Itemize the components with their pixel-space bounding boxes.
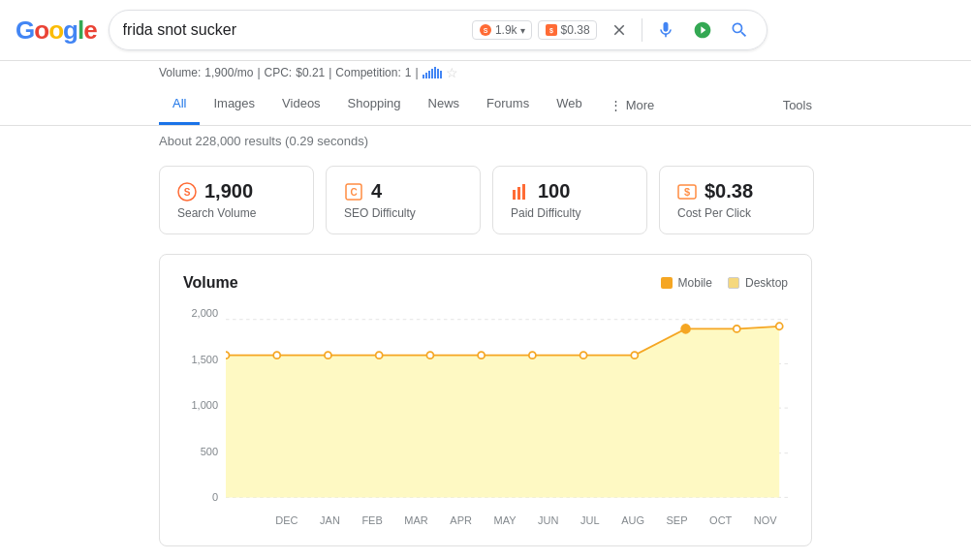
data-point-sep [681, 325, 690, 333]
seo-difficulty-header: C 4 [344, 180, 462, 202]
search-volume-label: Search Volume [177, 206, 296, 220]
tab-web[interactable]: Web [543, 84, 596, 125]
volume-label: Volume: [159, 66, 201, 79]
chart-header: Volume Mobile Desktop [183, 274, 788, 292]
search-volume-value: 1,900 [204, 180, 253, 202]
search-input[interactable] [123, 21, 464, 39]
paid-difficulty-value: 100 [538, 180, 570, 202]
svg-text:$: $ [684, 186, 690, 198]
search-volume-icon: S [177, 182, 197, 202]
seo-difficulty-label: SEO Difficulty [344, 206, 462, 220]
cpc-label: CPC: [265, 66, 293, 79]
close-icon [611, 21, 628, 39]
y-label-500: 500 [183, 446, 218, 457]
nav-tabs: All Images Videos Shopping News Forums W… [0, 84, 971, 126]
volume-bars-icon [423, 67, 442, 78]
svg-text:$: $ [549, 27, 553, 35]
clear-button[interactable] [607, 17, 632, 43]
search-volume-card: S 1,900 Search Volume [159, 166, 314, 234]
google-logo: Google [16, 16, 97, 46]
results-info: About 228,000 results (0.29 seconds) [0, 126, 971, 156]
volume-chart: Volume Mobile Desktop 2,000 1,500 1,000 … [159, 254, 812, 546]
search-icons: S 1.9k ▾ $ $0.38 [472, 16, 753, 44]
data-point-dec [226, 352, 230, 358]
competition-value: 1 [405, 66, 412, 79]
y-label-1000: 1,000 [183, 399, 218, 411]
data-point-mar [376, 352, 383, 358]
cpc-card: $ $0.38 Cost Per Click [659, 166, 814, 234]
chart-legend: Mobile Desktop [661, 276, 788, 290]
x-label-nov: NOV [754, 514, 777, 526]
data-point-apr [426, 352, 433, 358]
data-point-jul [580, 352, 587, 358]
search-icon [730, 20, 749, 40]
tab-images[interactable]: Images [200, 84, 268, 125]
cpc-semrush-icon: $ [545, 23, 558, 37]
desktop-legend-label: Desktop [745, 276, 788, 290]
mobile-legend-dot [661, 277, 673, 289]
y-axis: 2,000 1,500 1,000 500 0 [183, 307, 226, 526]
more-label: More [626, 98, 655, 112]
cpc-icon: $ [677, 182, 697, 202]
separator2: | [329, 66, 331, 79]
x-label-may: MAY [494, 514, 517, 526]
nav-more[interactable]: ⋮ More [596, 84, 669, 125]
mic-button[interactable] [652, 16, 679, 44]
star-icon: ☆ [446, 65, 458, 80]
semrush-volume: 1.9k [495, 23, 517, 37]
x-label-mar: MAR [404, 514, 427, 526]
header: Google S 1.9k ▾ $ $0.38 [0, 0, 971, 61]
tab-videos[interactable]: Videos [268, 84, 334, 125]
lens-button[interactable] [689, 16, 716, 44]
cpc-label: Cost Per Click [677, 206, 796, 220]
separator1: | [257, 66, 260, 79]
tab-all[interactable]: All [159, 84, 200, 125]
data-point-jun [529, 352, 536, 358]
y-label-2000: 2,000 [183, 307, 218, 319]
y-label-0: 0 [183, 491, 218, 503]
svg-rect-8 [513, 190, 516, 200]
chart-svg [226, 307, 788, 511]
paid-difficulty-label: Paid Difficulty [511, 206, 629, 220]
desktop-legend-dot [728, 277, 739, 289]
cpc-header: $ $0.38 [677, 180, 796, 202]
volume-value: 1,900/mo [204, 66, 253, 79]
seo-difficulty-icon: C [344, 182, 363, 202]
mobile-legend-label: Mobile [678, 276, 712, 290]
nav-right: Tools [783, 85, 812, 124]
data-point-jan [273, 352, 280, 358]
logo-g2: g [63, 16, 78, 46]
logo-o2: o [48, 16, 63, 46]
competition-label: Competition: [335, 66, 400, 79]
logo-o1: o [34, 16, 48, 46]
chart-title: Volume [183, 274, 238, 292]
y-label-1500: 1,500 [183, 354, 218, 365]
x-label-aug: AUG [621, 514, 644, 526]
paid-difficulty-icon [511, 182, 530, 202]
data-point-feb [325, 352, 331, 358]
tab-news[interactable]: News [415, 84, 474, 125]
nav-left: All Images Videos Shopping News Forums W… [159, 84, 668, 125]
chart-body: 2,000 1,500 1,000 500 0 [183, 307, 788, 526]
cpc-value: $0.21 [296, 66, 325, 79]
search-button[interactable] [726, 16, 753, 44]
tab-shopping[interactable]: Shopping [334, 84, 415, 125]
cpc-value: $0.38 [705, 180, 753, 202]
data-point-nov [776, 323, 783, 329]
x-label-dec: DEC [275, 514, 298, 526]
x-axis: DEC JAN FEB MAR APR MAY JUN JUL AUG SEP … [226, 511, 788, 526]
tools-button[interactable]: Tools [783, 98, 812, 112]
seo-difficulty-card: C 4 SEO Difficulty [326, 166, 481, 234]
tab-forums[interactable]: Forums [473, 84, 543, 125]
data-point-may [478, 352, 485, 358]
separator3: | [415, 66, 418, 79]
legend-mobile: Mobile [661, 276, 712, 290]
divider-line [642, 18, 642, 42]
svg-text:S: S [184, 187, 191, 198]
data-point-aug [631, 352, 638, 358]
svg-text:S: S [484, 27, 488, 34]
paid-difficulty-card: 100 Paid Difficulty [492, 166, 647, 234]
metric-cards: S 1,900 Search Volume C 4 SEO Difficulty… [0, 156, 971, 244]
mic-icon [656, 20, 675, 40]
svg-text:C: C [350, 187, 357, 198]
